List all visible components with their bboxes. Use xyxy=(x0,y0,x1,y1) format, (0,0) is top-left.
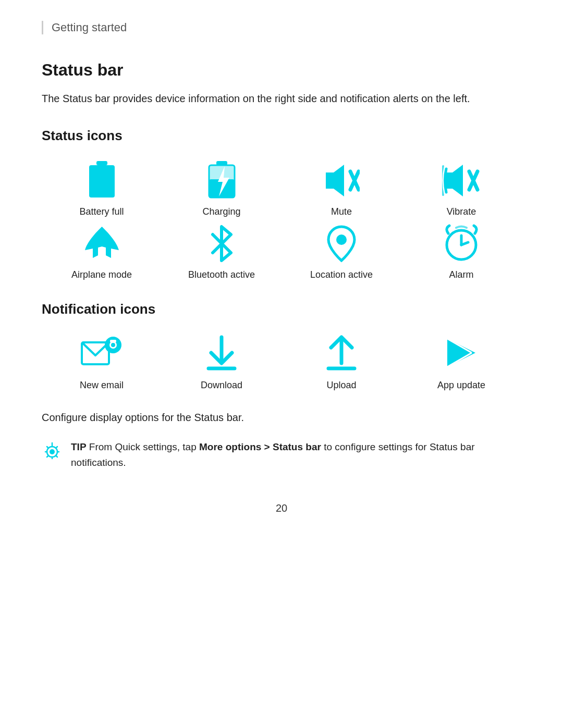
app-update-label: App update xyxy=(437,380,485,391)
upload-label: Upload xyxy=(326,380,356,391)
bluetooth-active-item: Bluetooth active xyxy=(162,223,282,280)
new-email-item: New email xyxy=(42,333,162,391)
section-description: The Status bar provides device informati… xyxy=(42,90,521,107)
vibrate-item: Vibrate xyxy=(401,159,521,217)
location-active-label: Location active xyxy=(310,269,373,280)
airplane-mode-item: Airplane mode xyxy=(42,223,162,280)
tip-icon xyxy=(42,440,63,461)
svg-point-13 xyxy=(336,235,347,245)
alarm-item: Alarm xyxy=(401,223,521,280)
svg-point-20 xyxy=(111,343,115,347)
status-icons-grid: Battery full Charging Mute xyxy=(42,159,521,280)
airplane-mode-icon xyxy=(81,223,123,264)
svg-rect-21 xyxy=(110,340,116,342)
upload-item: Upload xyxy=(282,333,401,391)
svg-line-35 xyxy=(47,455,48,457)
bluetooth-active-label: Bluetooth active xyxy=(188,269,255,280)
vibrate-label: Vibrate xyxy=(447,206,476,217)
tip-bold: More options > Status bar xyxy=(199,441,321,452)
battery-full-icon xyxy=(81,159,123,201)
mute-label: Mute xyxy=(331,206,352,217)
battery-full-item: Battery full xyxy=(42,159,162,217)
page-number: 20 xyxy=(42,502,521,514)
app-update-icon xyxy=(440,333,482,375)
breadcrumb: Getting started xyxy=(42,21,521,34)
tip-box: TIP From Quick settings, tap More option… xyxy=(42,439,521,471)
svg-line-34 xyxy=(56,447,57,448)
svg-rect-0 xyxy=(96,161,107,165)
svg-line-36 xyxy=(56,455,57,457)
charging-icon xyxy=(201,159,242,201)
configure-text: Configure display options for the Status… xyxy=(42,412,521,424)
download-label: Download xyxy=(201,380,242,391)
new-email-label: New email xyxy=(80,380,124,391)
bluetooth-active-icon xyxy=(201,223,242,264)
mute-icon xyxy=(321,159,362,201)
vibrate-icon xyxy=(440,159,482,201)
tip-content: TIP From Quick settings, tap More option… xyxy=(71,439,521,471)
tip-text-1: From Quick settings, tap xyxy=(87,441,199,452)
notification-icons-grid: New email Download Upload xyxy=(42,333,521,391)
status-icons-heading: Status icons xyxy=(42,128,521,144)
new-email-icon xyxy=(81,333,123,375)
app-update-item: App update xyxy=(401,333,521,391)
airplane-mode-label: Airplane mode xyxy=(71,269,132,280)
svg-rect-1 xyxy=(89,165,115,198)
tip-label: TIP xyxy=(71,441,87,452)
page-title: Status bar xyxy=(42,60,521,80)
battery-full-label: Battery full xyxy=(79,206,124,217)
mute-item: Mute xyxy=(282,159,401,217)
charging-label: Charging xyxy=(202,206,240,217)
svg-marker-7 xyxy=(326,165,344,196)
notification-icons-heading: Notification icons xyxy=(42,301,521,317)
alarm-icon xyxy=(440,223,482,264)
alarm-label: Alarm xyxy=(449,269,473,280)
svg-point-37 xyxy=(50,449,55,454)
location-active-item: Location active xyxy=(282,223,401,280)
charging-item: Charging xyxy=(162,159,282,217)
location-active-icon xyxy=(321,223,362,264)
upload-icon xyxy=(321,333,362,375)
download-item: Download xyxy=(162,333,282,391)
download-icon xyxy=(201,333,242,375)
svg-line-33 xyxy=(47,447,48,448)
